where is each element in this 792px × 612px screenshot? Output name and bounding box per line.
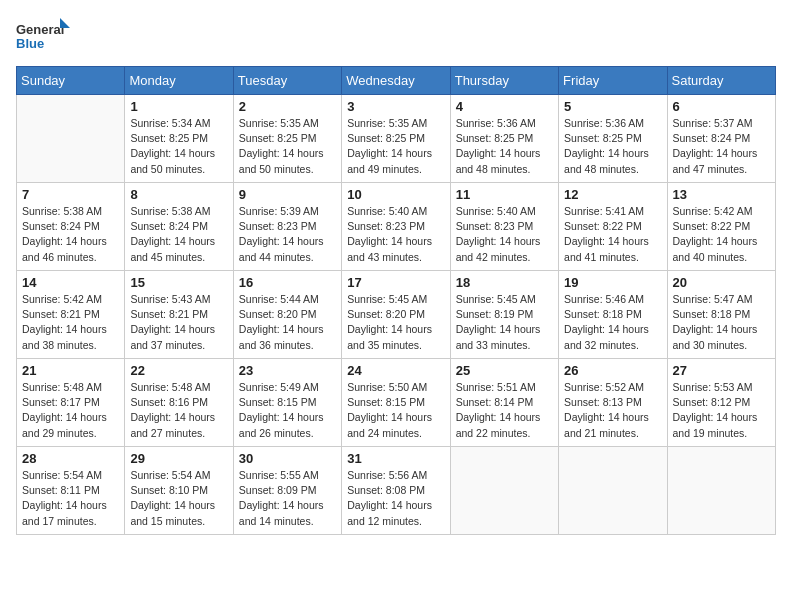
day-info: Sunrise: 5:45 AM Sunset: 8:19 PM Dayligh…	[456, 292, 553, 353]
day-info: Sunrise: 5:48 AM Sunset: 8:16 PM Dayligh…	[130, 380, 227, 441]
day-info: Sunrise: 5:41 AM Sunset: 8:22 PM Dayligh…	[564, 204, 661, 265]
week-row-5: 28Sunrise: 5:54 AM Sunset: 8:11 PM Dayli…	[17, 447, 776, 535]
day-number: 23	[239, 363, 336, 378]
day-number: 10	[347, 187, 444, 202]
day-info: Sunrise: 5:55 AM Sunset: 8:09 PM Dayligh…	[239, 468, 336, 529]
calendar-cell	[559, 447, 667, 535]
svg-marker-2	[60, 18, 70, 28]
day-number: 16	[239, 275, 336, 290]
logo: General Blue	[16, 16, 72, 60]
svg-text:Blue: Blue	[16, 36, 44, 51]
calendar-cell: 9Sunrise: 5:39 AM Sunset: 8:23 PM Daylig…	[233, 183, 341, 271]
calendar-cell	[667, 447, 775, 535]
calendar-cell: 5Sunrise: 5:36 AM Sunset: 8:25 PM Daylig…	[559, 95, 667, 183]
week-row-3: 14Sunrise: 5:42 AM Sunset: 8:21 PM Dayli…	[17, 271, 776, 359]
day-number: 24	[347, 363, 444, 378]
day-number: 11	[456, 187, 553, 202]
day-number: 26	[564, 363, 661, 378]
day-header-tuesday: Tuesday	[233, 67, 341, 95]
day-number: 15	[130, 275, 227, 290]
week-row-2: 7Sunrise: 5:38 AM Sunset: 8:24 PM Daylig…	[17, 183, 776, 271]
calendar-cell: 2Sunrise: 5:35 AM Sunset: 8:25 PM Daylig…	[233, 95, 341, 183]
day-number: 2	[239, 99, 336, 114]
day-number: 19	[564, 275, 661, 290]
calendar-cell: 28Sunrise: 5:54 AM Sunset: 8:11 PM Dayli…	[17, 447, 125, 535]
day-number: 29	[130, 451, 227, 466]
day-info: Sunrise: 5:39 AM Sunset: 8:23 PM Dayligh…	[239, 204, 336, 265]
calendar-cell: 21Sunrise: 5:48 AM Sunset: 8:17 PM Dayli…	[17, 359, 125, 447]
day-number: 13	[673, 187, 770, 202]
calendar-table: SundayMondayTuesdayWednesdayThursdayFrid…	[16, 66, 776, 535]
calendar-cell: 27Sunrise: 5:53 AM Sunset: 8:12 PM Dayli…	[667, 359, 775, 447]
day-number: 9	[239, 187, 336, 202]
day-info: Sunrise: 5:44 AM Sunset: 8:20 PM Dayligh…	[239, 292, 336, 353]
day-number: 14	[22, 275, 119, 290]
day-info: Sunrise: 5:36 AM Sunset: 8:25 PM Dayligh…	[564, 116, 661, 177]
day-info: Sunrise: 5:34 AM Sunset: 8:25 PM Dayligh…	[130, 116, 227, 177]
week-row-1: 1Sunrise: 5:34 AM Sunset: 8:25 PM Daylig…	[17, 95, 776, 183]
calendar-cell: 3Sunrise: 5:35 AM Sunset: 8:25 PM Daylig…	[342, 95, 450, 183]
calendar-cell: 30Sunrise: 5:55 AM Sunset: 8:09 PM Dayli…	[233, 447, 341, 535]
day-number: 25	[456, 363, 553, 378]
day-number: 30	[239, 451, 336, 466]
calendar-cell: 18Sunrise: 5:45 AM Sunset: 8:19 PM Dayli…	[450, 271, 558, 359]
day-info: Sunrise: 5:49 AM Sunset: 8:15 PM Dayligh…	[239, 380, 336, 441]
day-info: Sunrise: 5:38 AM Sunset: 8:24 PM Dayligh…	[130, 204, 227, 265]
calendar-cell: 17Sunrise: 5:45 AM Sunset: 8:20 PM Dayli…	[342, 271, 450, 359]
page-header: General Blue	[16, 16, 776, 60]
calendar-cell: 25Sunrise: 5:51 AM Sunset: 8:14 PM Dayli…	[450, 359, 558, 447]
day-info: Sunrise: 5:47 AM Sunset: 8:18 PM Dayligh…	[673, 292, 770, 353]
calendar-cell: 23Sunrise: 5:49 AM Sunset: 8:15 PM Dayli…	[233, 359, 341, 447]
calendar-cell: 12Sunrise: 5:41 AM Sunset: 8:22 PM Dayli…	[559, 183, 667, 271]
day-number: 31	[347, 451, 444, 466]
day-info: Sunrise: 5:40 AM Sunset: 8:23 PM Dayligh…	[456, 204, 553, 265]
day-info: Sunrise: 5:54 AM Sunset: 8:11 PM Dayligh…	[22, 468, 119, 529]
day-number: 6	[673, 99, 770, 114]
calendar-header-row: SundayMondayTuesdayWednesdayThursdayFrid…	[17, 67, 776, 95]
calendar-cell: 31Sunrise: 5:56 AM Sunset: 8:08 PM Dayli…	[342, 447, 450, 535]
calendar-cell: 22Sunrise: 5:48 AM Sunset: 8:16 PM Dayli…	[125, 359, 233, 447]
day-number: 5	[564, 99, 661, 114]
day-info: Sunrise: 5:35 AM Sunset: 8:25 PM Dayligh…	[347, 116, 444, 177]
day-header-saturday: Saturday	[667, 67, 775, 95]
day-info: Sunrise: 5:48 AM Sunset: 8:17 PM Dayligh…	[22, 380, 119, 441]
day-info: Sunrise: 5:40 AM Sunset: 8:23 PM Dayligh…	[347, 204, 444, 265]
day-number: 22	[130, 363, 227, 378]
calendar-cell: 19Sunrise: 5:46 AM Sunset: 8:18 PM Dayli…	[559, 271, 667, 359]
calendar-cell	[450, 447, 558, 535]
logo-svg: General Blue	[16, 16, 72, 60]
day-number: 20	[673, 275, 770, 290]
calendar-cell: 16Sunrise: 5:44 AM Sunset: 8:20 PM Dayli…	[233, 271, 341, 359]
calendar-cell: 11Sunrise: 5:40 AM Sunset: 8:23 PM Dayli…	[450, 183, 558, 271]
calendar-cell: 29Sunrise: 5:54 AM Sunset: 8:10 PM Dayli…	[125, 447, 233, 535]
calendar-cell: 8Sunrise: 5:38 AM Sunset: 8:24 PM Daylig…	[125, 183, 233, 271]
day-info: Sunrise: 5:53 AM Sunset: 8:12 PM Dayligh…	[673, 380, 770, 441]
day-info: Sunrise: 5:45 AM Sunset: 8:20 PM Dayligh…	[347, 292, 444, 353]
day-info: Sunrise: 5:51 AM Sunset: 8:14 PM Dayligh…	[456, 380, 553, 441]
day-info: Sunrise: 5:54 AM Sunset: 8:10 PM Dayligh…	[130, 468, 227, 529]
calendar-cell: 10Sunrise: 5:40 AM Sunset: 8:23 PM Dayli…	[342, 183, 450, 271]
calendar-cell: 14Sunrise: 5:42 AM Sunset: 8:21 PM Dayli…	[17, 271, 125, 359]
calendar-cell: 13Sunrise: 5:42 AM Sunset: 8:22 PM Dayli…	[667, 183, 775, 271]
day-info: Sunrise: 5:46 AM Sunset: 8:18 PM Dayligh…	[564, 292, 661, 353]
svg-text:General: General	[16, 22, 64, 37]
calendar-cell: 6Sunrise: 5:37 AM Sunset: 8:24 PM Daylig…	[667, 95, 775, 183]
day-info: Sunrise: 5:35 AM Sunset: 8:25 PM Dayligh…	[239, 116, 336, 177]
day-info: Sunrise: 5:50 AM Sunset: 8:15 PM Dayligh…	[347, 380, 444, 441]
day-info: Sunrise: 5:56 AM Sunset: 8:08 PM Dayligh…	[347, 468, 444, 529]
day-number: 12	[564, 187, 661, 202]
day-info: Sunrise: 5:42 AM Sunset: 8:21 PM Dayligh…	[22, 292, 119, 353]
day-number: 18	[456, 275, 553, 290]
day-number: 1	[130, 99, 227, 114]
day-info: Sunrise: 5:43 AM Sunset: 8:21 PM Dayligh…	[130, 292, 227, 353]
calendar-cell: 24Sunrise: 5:50 AM Sunset: 8:15 PM Dayli…	[342, 359, 450, 447]
day-header-sunday: Sunday	[17, 67, 125, 95]
calendar-cell	[17, 95, 125, 183]
day-info: Sunrise: 5:38 AM Sunset: 8:24 PM Dayligh…	[22, 204, 119, 265]
calendar-cell: 7Sunrise: 5:38 AM Sunset: 8:24 PM Daylig…	[17, 183, 125, 271]
calendar-cell: 15Sunrise: 5:43 AM Sunset: 8:21 PM Dayli…	[125, 271, 233, 359]
day-number: 21	[22, 363, 119, 378]
day-number: 27	[673, 363, 770, 378]
day-header-friday: Friday	[559, 67, 667, 95]
calendar-cell: 1Sunrise: 5:34 AM Sunset: 8:25 PM Daylig…	[125, 95, 233, 183]
